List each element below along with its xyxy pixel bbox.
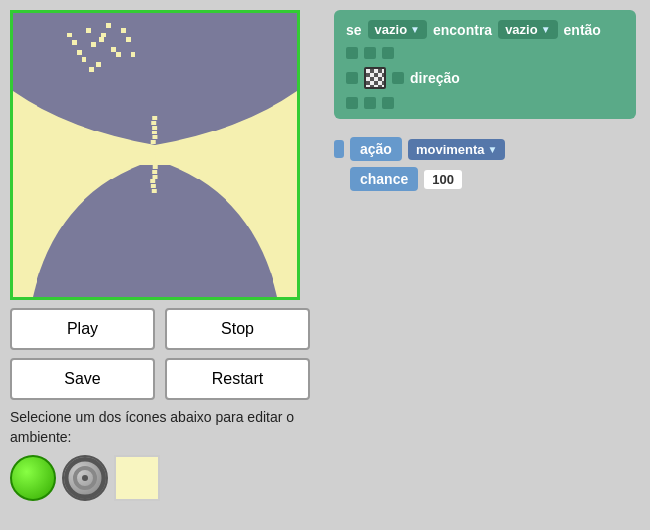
spacer — [334, 170, 344, 188]
vazio-pill-2[interactable]: vazio ▼ — [498, 20, 557, 39]
condition-row-4 — [346, 97, 624, 109]
dot-8 — [382, 97, 394, 109]
yellow-environment-icon[interactable] — [114, 455, 160, 501]
play-button[interactable]: Play — [10, 308, 155, 350]
instruction-text: Selecione um dos ícones abaixo para edit… — [10, 408, 310, 447]
dot-6 — [346, 97, 358, 109]
left-panel: Play Stop Save Restart Selecione um dos … — [0, 0, 320, 530]
condition-row-3: direção — [346, 67, 624, 89]
chance-label: chance — [350, 167, 418, 191]
condition-row-1: se vazio ▼ encontra vazio ▼ então — [346, 20, 624, 39]
condition-row-2 — [346, 47, 624, 59]
chance-value[interactable]: 100 — [424, 170, 462, 189]
dot-2 — [364, 47, 376, 59]
save-button[interactable]: Save — [10, 358, 155, 400]
grey-icon-decoration — [64, 457, 106, 499]
connector-nub — [334, 140, 344, 158]
movimenta-label: movimenta — [416, 142, 485, 157]
save-restart-row: Save Restart — [10, 358, 310, 400]
stop-button[interactable]: Stop — [165, 308, 310, 350]
condition-block-card: se vazio ▼ encontra vazio ▼ então direçã… — [334, 10, 636, 119]
action-row-1: ação movimenta ▼ — [334, 137, 636, 161]
movimenta-pill[interactable]: movimenta ▼ — [408, 139, 506, 160]
action-block-card: ação movimenta ▼ chance 100 — [334, 131, 636, 197]
dot-5 — [392, 72, 404, 84]
environment-icon-row — [10, 455, 310, 501]
arrow-icon-1: ▼ — [410, 24, 420, 35]
movimenta-arrow: ▼ — [488, 144, 498, 155]
green-environment-icon[interactable] — [10, 455, 56, 501]
checker-icon[interactable] — [364, 67, 386, 89]
keyword-encontra: encontra — [433, 22, 492, 38]
acao-label: ação — [350, 137, 402, 161]
simulation-canvas — [13, 13, 297, 297]
vazio-label-2: vazio — [505, 22, 538, 37]
dot-7 — [364, 97, 376, 109]
vazio-label-1: vazio — [375, 22, 408, 37]
keyword-entao: então — [564, 22, 601, 38]
play-stop-row: Play Stop — [10, 308, 310, 350]
svg-point-2 — [82, 475, 88, 481]
direcao-label: direção — [410, 70, 460, 86]
right-panel: se vazio ▼ encontra vazio ▼ então direçã… — [320, 0, 650, 530]
grey-environment-icon[interactable] — [62, 455, 108, 501]
restart-button[interactable]: Restart — [165, 358, 310, 400]
dot-4 — [346, 72, 358, 84]
arrow-icon-2: ▼ — [541, 24, 551, 35]
simulation-canvas-container — [10, 10, 300, 300]
dot-3 — [382, 47, 394, 59]
dot-1 — [346, 47, 358, 59]
keyword-se: se — [346, 22, 362, 38]
vazio-pill-1[interactable]: vazio ▼ — [368, 20, 427, 39]
action-row-2: chance 100 — [334, 167, 636, 191]
